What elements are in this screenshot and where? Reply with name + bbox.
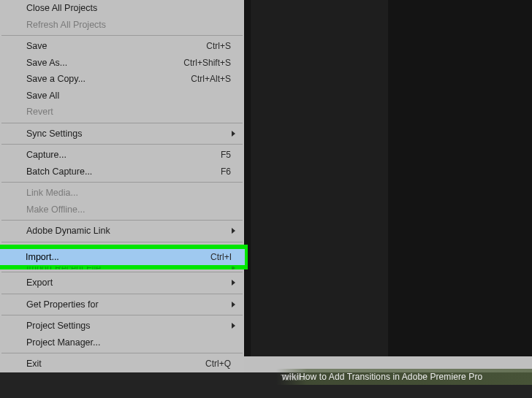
chevron-right-icon	[232, 302, 235, 307]
menu-item-refresh-all-projects: Refresh All Projects	[0, 17, 244, 34]
menu-item-import[interactable]: Import...Ctrl+I	[0, 249, 245, 266]
menu-item-label: Get Properties for	[26, 299, 231, 310]
menu-item-sync-settings[interactable]: Sync Settings	[0, 126, 244, 142]
menu-item-label: Sync Settings	[26, 129, 231, 139]
menu-separator	[1, 294, 243, 294]
menu-separator	[1, 182, 243, 183]
menu-item-save-a-copy[interactable]: Save a Copy...Ctrl+Alt+S	[0, 71, 244, 88]
menu-item-label: Link Media...	[26, 188, 231, 198]
menu-item-shortcut: Ctrl+S	[206, 41, 231, 51]
menu-item-label: Make Offline...	[26, 204, 231, 215]
watermark-title: How to Add Transitions in Adobe Premiere…	[299, 372, 482, 382]
preview-area	[251, 0, 388, 356]
menu-item-get-properties-for[interactable]: Get Properties for	[0, 296, 244, 313]
menu-item-exit[interactable]: ExitCtrl+Q	[0, 356, 244, 372]
watermark-banner: wiki How to Add Transitions in Adobe Pre…	[276, 369, 532, 385]
menu-separator	[1, 123, 243, 123]
menu-separator	[1, 242, 243, 242]
menu-item-save[interactable]: SaveCtrl+S	[0, 38, 244, 55]
app-workspace: Close All ProjectsRefresh All ProjectsSa…	[0, 0, 532, 398]
menu-item-label: Project Manager...	[26, 337, 231, 348]
menu-item-label: Close All Projects	[26, 3, 231, 13]
menu-item-revert: Revert	[0, 104, 244, 120]
menu-separator	[1, 353, 243, 353]
menu-item-highlight: Import...Ctrl+I	[0, 245, 248, 270]
preview-panel	[244, 0, 532, 356]
chevron-right-icon	[232, 280, 235, 286]
menu-item-shortcut: Ctrl+Shift+S	[183, 58, 231, 68]
menu-item-label: Import Recent File	[26, 267, 231, 269]
menu-item-label: Import...	[26, 252, 202, 262]
menu-item-shortcut: Ctrl+I	[210, 252, 232, 262]
menu-item-label: Capture...	[26, 150, 212, 160]
menu-item-label: Save All	[26, 91, 231, 101]
menu-item-label: Export	[26, 278, 231, 288]
menu-item-label: Adobe Dynamic Link	[26, 226, 231, 236]
menu-item-link-media: Link Media...	[0, 185, 244, 202]
menu-item-make-offline: Make Offline...	[0, 202, 244, 218]
menu-separator	[1, 272, 243, 272]
chevron-right-icon	[232, 228, 235, 234]
menu-item-project-settings[interactable]: Project Settings	[0, 318, 244, 334]
menu-item-close-all-projects[interactable]: Close All Projects	[0, 0, 244, 17]
menu-item-save-as[interactable]: Save As...Ctrl+Shift+S	[0, 55, 244, 72]
chevron-right-icon	[232, 131, 235, 137]
menu-item-label: Project Settings	[26, 321, 231, 331]
menu-item-label: Exit	[26, 359, 197, 369]
menu-item-save-all[interactable]: Save All	[0, 88, 244, 104]
menu-item-capture[interactable]: Capture...F5	[0, 147, 244, 164]
menu-item-label: Save As...	[26, 58, 175, 68]
menu-item-shortcut: F5	[221, 150, 231, 160]
chevron-right-icon	[232, 323, 235, 329]
menu-item-export[interactable]: Export	[0, 275, 244, 291]
menu-item-label: Save a Copy...	[26, 74, 182, 84]
menu-separator	[1, 144, 243, 145]
menu-item-adobe-dynamic-link[interactable]: Adobe Dynamic Link	[0, 223, 244, 240]
menu-item-label: Revert	[26, 107, 231, 117]
menu-item-shortcut: Ctrl+Q	[205, 359, 231, 369]
menu-item-label: Save	[26, 41, 197, 51]
menu-separator	[1, 35, 243, 36]
menu-separator	[1, 315, 243, 315]
menu-item-project-manager[interactable]: Project Manager...	[0, 334, 244, 351]
menu-item-label: Batch Capture...	[26, 167, 212, 177]
menu-item-shortcut: Ctrl+Alt+S	[191, 74, 231, 84]
menu-item-shortcut: F6	[221, 167, 231, 177]
watermark-prefix: wiki	[282, 372, 299, 382]
menu-separator	[1, 220, 243, 221]
chevron-right-icon	[232, 267, 235, 269]
file-menu[interactable]: Close All ProjectsRefresh All ProjectsSa…	[0, 0, 244, 372]
menu-item-import-recent-file[interactable]: Import Recent File	[0, 267, 244, 269]
menu-item-batch-capture[interactable]: Batch Capture...F6	[0, 164, 244, 180]
menu-item-label: Refresh All Projects	[26, 20, 231, 30]
